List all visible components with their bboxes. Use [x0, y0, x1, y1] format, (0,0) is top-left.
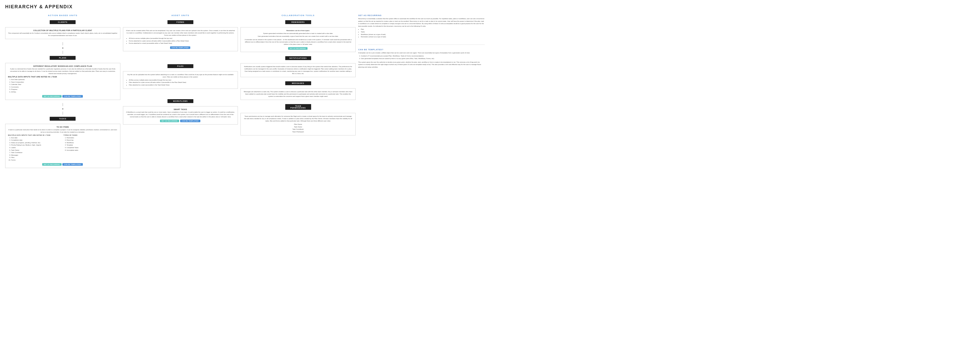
plans-card: DIFFERENT REGULATORY BODIES/AD-HOC COMPL…	[5, 63, 120, 100]
tasks-text: A task is a particular instruction that …	[8, 129, 118, 133]
tasks-badges: SET AS RECURRING CAN BE TEMPLATED!	[8, 163, 118, 166]
clients-card: COLLECTION OF MULTIPLE PLANS FOR A PARTI…	[5, 27, 120, 39]
forms-text: A form can be created within Pilot and c…	[126, 30, 235, 37]
reminders-card: Reminders can be of two types: System ge…	[240, 27, 356, 52]
plans-badge-templated[interactable]: CAN BE TEMPLATED!	[62, 95, 83, 97]
files-list: All files across multiple plans (accessi…	[126, 79, 235, 86]
reminders-text3: A reminder can be viewed in the system i…	[243, 38, 353, 46]
clients-text: This component will essentially be for C…	[8, 32, 118, 37]
files-card: Any file can be uploaded into the system…	[123, 71, 238, 89]
workflows-badges: SET AS RECURRING CAN BE TEMPLATED!	[126, 119, 235, 122]
tasks-card: TO DO ITEMS A task is a particular instr…	[5, 124, 120, 168]
notifications-card: Notifications are usually system-trigger…	[240, 63, 356, 77]
reminders-badge-recurring[interactable]: SET AS RECURRING	[288, 47, 307, 50]
messages-text: Messages are attached to a task only. Th…	[243, 91, 353, 97]
tasks-badge-recurring[interactable]: SET AS RECURRING	[42, 163, 62, 166]
notifications-box: NOTIFICATIONS	[285, 56, 311, 60]
col-appendix: SET AS RECURRING Recurrency is essential…	[358, 14, 485, 71]
col-asset-units: ASSET UNITS FORMS A form can be created …	[123, 14, 238, 126]
reminders-box: REMINDERS	[285, 20, 311, 24]
set-recurring-section: SET AS RECURRING Recurrency is essential…	[358, 14, 485, 38]
col-action-based-units: ACTION BASED UNITS CLIENTS COLLECTION OF…	[5, 14, 120, 169]
tasks-col2-title: TYPES OF TASKS	[64, 134, 117, 136]
forms-card: A form can be created within Pilot and c…	[123, 27, 238, 51]
clients-box: CLIENTS	[50, 20, 76, 24]
reminders-text1: System generated reminders that are auto…	[243, 32, 353, 35]
workflows-subtitle: SMART TASKS	[126, 109, 235, 110]
page-title: HIERARCHY & APPENDIX	[5, 4, 485, 10]
team-permissions-box: TEAM PERMISSIONS	[285, 104, 311, 110]
templated-section: CAN BE TEMPLATED? A template can be a pr…	[358, 48, 485, 69]
workflows-badge-recurring[interactable]: SET AS RECURRING	[160, 120, 180, 122]
reminders-subtitle1: Reminders can be of two types:	[243, 30, 353, 32]
messages-box: MESSAGES	[285, 81, 311, 85]
notifications-text: Notifications are usually system-trigger…	[243, 65, 353, 75]
team-permissions-text: Team permissions are key to manage work …	[243, 115, 353, 122]
section-title-asset: ASSET UNITS	[123, 14, 238, 17]
set-recurring-title: SET AS RECURRING	[358, 14, 485, 17]
templated-text: A template can be a pre-created, unfille…	[358, 52, 485, 54]
forms-badge-row: CAN BE TEMPLATED!	[126, 46, 235, 49]
forms-box: FORMS	[167, 20, 193, 24]
tasks-box: TASKS	[50, 117, 76, 121]
clients-subtitle: COLLECTION OF MULTIPLE PLANS FOR A PARTI…	[8, 30, 118, 31]
templated-text2: The system gives the user the authority …	[358, 61, 485, 69]
reminders-badge-row: SET AS RECURRING	[243, 46, 353, 50]
connector-dot-1	[62, 47, 64, 49]
templated-list: Cordium's IT recommended pre-curated Pla…	[358, 55, 485, 60]
templated-title: CAN BE TEMPLATED?	[358, 48, 485, 51]
col-collaboration: COLLABORATION TOOLS REMINDERS Reminders …	[240, 14, 356, 136]
tasks-col1-title: MULTIPLE DATA INPUTS THAT ARE NOTED IN 1…	[8, 134, 62, 136]
tasks-subtitle: TO DO ITEMS	[8, 126, 118, 128]
forms-badge-templated[interactable]: CAN BE TEMPLATED!	[170, 46, 190, 49]
tasks-col2-list: Reminders Recurring Workflows Template C…	[64, 137, 117, 152]
set-recurring-list: Plan Tasks Workflows (shown as a type of…	[358, 28, 485, 38]
files-box: FILES	[167, 64, 193, 68]
connector-dot-2	[62, 108, 64, 110]
plans-badge-recurring[interactable]: SET AS RECURRING	[42, 95, 62, 97]
workflows-card: SMART TASKS A Workflow is a smart task t…	[123, 106, 238, 125]
divider-1	[358, 45, 485, 45]
workflows-badge-templated[interactable]: CAN BE TEMPLATED!	[180, 120, 200, 122]
forms-list: All forms across multiple plans (accessi…	[126, 37, 235, 45]
reminders-text2: User generated reminders that are essent…	[243, 35, 353, 38]
section-title-collaboration: COLLABORATION TOOLS	[240, 14, 356, 17]
plans-list: Due Date (optional) Team Composition Cal…	[8, 78, 118, 94]
section-title-action: ACTION BASED UNITS	[5, 14, 120, 17]
files-text: Any file can be uploaded into the system…	[126, 73, 235, 78]
tasks-col1-list: Due date Completion date Status (in prog…	[8, 137, 62, 161]
plans-box: PLANS	[50, 56, 76, 60]
tasks-badge-templated[interactable]: CAN BE TEMPLATED!	[62, 163, 83, 166]
team-permissions-card: Team permissions are key to manage work …	[240, 113, 356, 136]
workflows-box: WORKFLOWS	[167, 99, 193, 103]
messages-card: Messages are attached to a task only. Th…	[240, 88, 356, 100]
plans-sub-title: MULTIPLE DATA INPUTS THAT ARE NOTED IN 1…	[8, 76, 118, 78]
team-permissions-list: Plan Owner Task Owner Task Contributor T…	[243, 123, 353, 133]
plans-text: A plan is a itemized list of tasks that …	[8, 68, 118, 75]
set-recurring-text: Recurrency is essentially a solution tha…	[358, 18, 485, 27]
plans-badges: SET AS RECURRING CAN BE TEMPLATED!	[8, 94, 118, 97]
workflows-text: A Workflow is a smart task that could be…	[126, 111, 235, 118]
plans-subtitle: DIFFERENT REGULATORY BODIES/AD-HOC COMPL…	[8, 65, 118, 67]
